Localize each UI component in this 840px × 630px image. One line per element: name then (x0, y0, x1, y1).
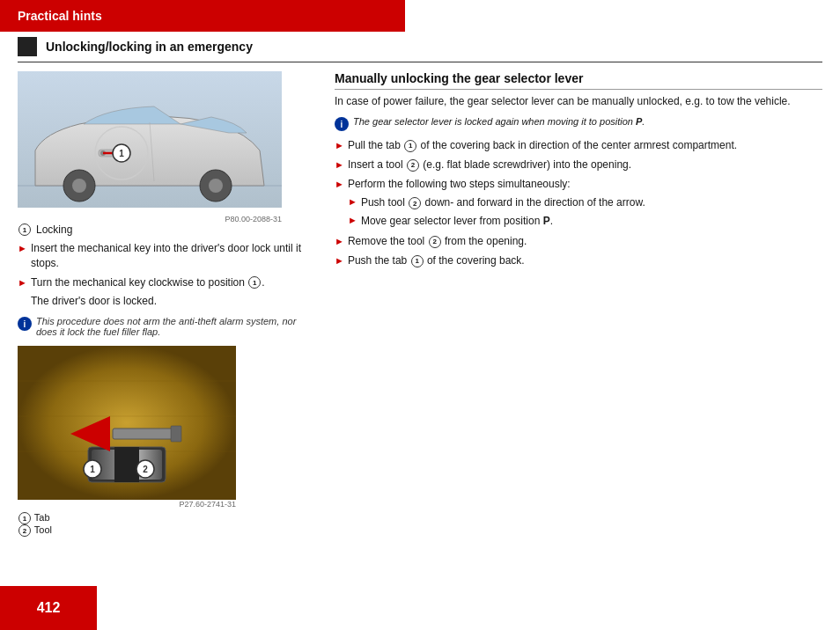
arrow-icon-r2: ► (335, 158, 344, 172)
bullet-r3: Perform the following two steps simultan… (348, 177, 571, 192)
main-content: ▷▷ (0, 62, 840, 546)
car-svg: 1 (18, 71, 282, 208)
info-box-locking: i This procedure does not arm the anti-t… (18, 316, 317, 337)
section-title: Unlocking/locking in an emergency (46, 40, 253, 54)
page-number: 412 (37, 600, 61, 616)
list-item-r5: ► Push the tab 1 of the covering back. (335, 253, 822, 268)
locking-bullet-list: ► Insert the mechanical key into the dri… (18, 241, 317, 309)
bullet-r2: Insert a tool 2 (e.g. flat blade screwdr… (348, 158, 631, 172)
arrow-icon-r5: ► (335, 254, 344, 267)
header-title: Practical hints (18, 9, 102, 23)
info-text-locking: This procedure does not arm the anti-the… (36, 316, 317, 337)
arrow-icon-r4: ► (335, 235, 344, 248)
gear-image-labels: 1 Tab 2 Tool (18, 512, 317, 537)
right-info-box: i The gear selector lever is locked agai… (335, 116, 822, 131)
gear-label-1: 1 Tab (18, 512, 317, 524)
bullet-text-3: The driver's door is locked. (31, 294, 157, 309)
arrow-icon-2: ► (18, 276, 27, 289)
nested-text-2: Move gear selector lever from position P… (361, 214, 553, 229)
svg-point-4 (72, 179, 86, 193)
list-item: The driver's door is locked. (18, 294, 317, 309)
list-item: ► Turn the mechanical key clockwise to p… (18, 275, 317, 290)
info-icon-right: i (335, 117, 349, 131)
right-bullet-list: ► Pull the tab 1 of the covering back in… (335, 138, 822, 191)
circle-1-locking: 1 (18, 223, 31, 236)
bullet-r5: Push the tab 1 of the covering back. (348, 253, 525, 268)
right-info-italic-text: The gear selector lever is locked again … (353, 116, 645, 127)
car-image: 1 (18, 71, 282, 208)
svg-rect-21 (113, 429, 174, 439)
nested-item-2: ► Move gear selector lever from position… (348, 214, 822, 229)
gear-image-code: P27.60-2741-31 (18, 500, 236, 509)
locking-label: 1 Locking (18, 223, 317, 236)
svg-text:1: 1 (90, 465, 95, 474)
bullet-text-2: Turn the mechanical key clockwise to pos… (31, 275, 265, 290)
list-item: ► Insert the mechanical key into the dri… (18, 241, 317, 271)
svg-text:2: 2 (143, 465, 148, 474)
arrow-icon-1: ► (18, 242, 27, 255)
right-column: Manually unlocking the gear selector lev… (335, 71, 822, 537)
arrow-icon-r1: ► (335, 139, 344, 152)
section-bar: Unlocking/locking in an emergency (18, 32, 822, 62)
info-icon-locking: i (18, 317, 32, 331)
gear-label-2: 2 Tool (18, 524, 317, 537)
list-item-r4: ► Remove the tool 2 from the opening. (335, 234, 822, 249)
car-image-container: ▷▷ (18, 71, 317, 223)
top-header-bar: Practical hints (0, 0, 405, 32)
arrow-icon-r3: ► (335, 178, 344, 191)
right-section-title: Manually unlocking the gear selector lev… (335, 71, 822, 90)
svg-rect-19 (114, 447, 139, 482)
list-item-r3: ► Perform the following two steps simult… (335, 177, 822, 192)
car-image-code: P80.00-2088-31 (18, 215, 282, 223)
gear-image-container: 1 2 P27.60-2741-31 1 Tab 2 Tool (18, 346, 317, 537)
gear-image: 1 2 (18, 346, 236, 500)
bullet-r4: Remove the tool 2 from the opening. (348, 234, 527, 249)
svg-text:1: 1 (119, 149, 124, 158)
right-nested-list: ► Push tool 2 down- and forward in the d… (348, 195, 822, 229)
arrow-icon-n2: ► (348, 214, 357, 227)
section-bar-icon (18, 37, 37, 56)
page-footer: 412 (0, 586, 97, 630)
list-item-r1: ► Pull the tab 1 of the covering back in… (335, 138, 822, 153)
bullet-r1: Pull the tab 1 of the covering back in d… (348, 138, 737, 153)
list-item-r2: ► Insert a tool 2 (e.g. flat blade screw… (335, 158, 822, 172)
arrow-icon-n1: ► (348, 195, 357, 209)
right-intro-text: In case of power failure, the gear selec… (335, 93, 822, 109)
left-column: ▷▷ (18, 71, 317, 537)
nested-item-1: ► Push tool 2 down- and forward in the d… (348, 195, 822, 210)
locking-text: Locking (36, 223, 72, 236)
nested-text-1: Push tool 2 down- and forward in the dir… (361, 195, 645, 210)
bullet-text-1: Insert the mechanical key into the drive… (31, 241, 317, 271)
right-bullet-list-2: ► Remove the tool 2 from the opening. ► … (335, 234, 822, 268)
svg-rect-22 (171, 426, 181, 442)
gear-svg: 1 2 (18, 346, 236, 500)
svg-point-6 (209, 179, 223, 193)
